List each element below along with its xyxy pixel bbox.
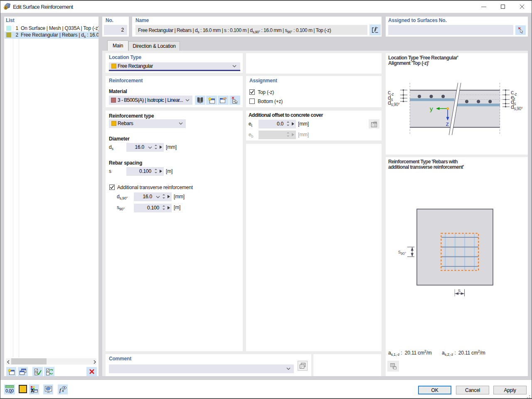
svg-text:s: s (458, 288, 461, 293)
svg-text:6: 6 (5, 6, 7, 10)
svg-text:0,00: 0,00 (5, 388, 14, 393)
svg-text:additional transverse reinforc: additional transverse reinforcement' (388, 164, 464, 170)
svg-text:Reinforcement Type 'Rebars wit: Reinforcement Type 'Rebars with (388, 159, 458, 165)
svg-text:Alignment 'Top (-z)': Alignment 'Top (-z)' (388, 60, 429, 66)
svg-text:s90°: s90° (398, 249, 406, 256)
svg-text:ds,90°: ds,90° (388, 99, 400, 107)
svg-text:A: A (31, 388, 34, 393)
svg-text:z: z (446, 120, 448, 127)
svg-text:y: y (430, 105, 433, 112)
svg-text:ds,90°: ds,90° (511, 103, 523, 111)
svg-text:Location Type 'Free Rectangula: Location Type 'Free Rectangular' (388, 55, 458, 61)
